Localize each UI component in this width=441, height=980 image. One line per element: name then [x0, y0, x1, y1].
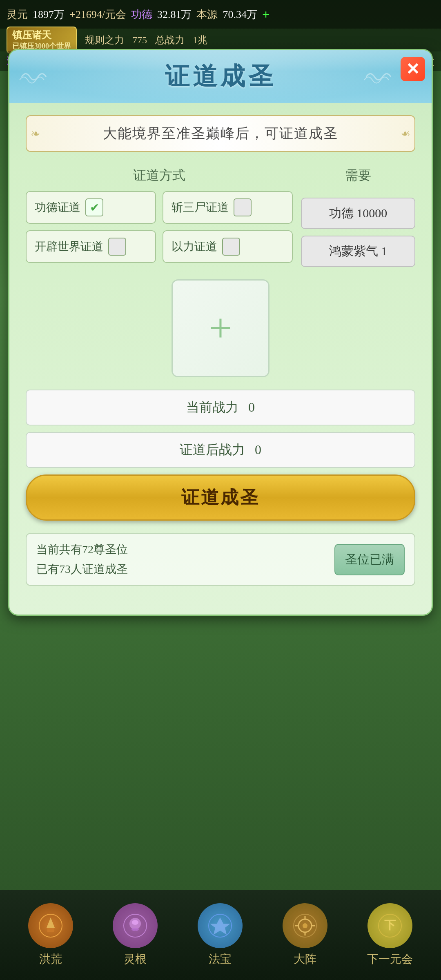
description-text: 大能境界至准圣巅峰后，可证道成圣 [103, 126, 338, 141]
nav-item-honghuang[interactable]: 洪荒 [28, 903, 73, 967]
next-label: 下一元会 [367, 951, 413, 967]
honghuang-label: 洪荒 [39, 951, 62, 967]
gongde-value: 32.81万 [157, 7, 192, 22]
fabao-label: 法宝 [209, 951, 232, 967]
fabao-icon [198, 903, 243, 948]
next-svg: 下 [378, 913, 402, 938]
zhengdao-action-button[interactable]: 证道成圣 [26, 474, 415, 521]
dazhen-svg [293, 913, 317, 938]
zhan-checkbox [234, 198, 252, 216]
zhandou-label: 总战力 [155, 33, 185, 47]
benyuan-label: 本源 [196, 7, 218, 22]
gongde-option-label: 功德证道 [35, 200, 80, 215]
guize-label: 规则之力 [85, 33, 124, 47]
honghuang-icon [28, 903, 73, 948]
options-section: 证道方式 功德证道 ✔ 斩三尸证道 开辟世界证道 [26, 167, 415, 267]
svg-marker-6 [210, 918, 230, 935]
plus-icon: + [209, 308, 232, 349]
svg-rect-1 [47, 928, 54, 932]
svg-point-4 [132, 920, 138, 925]
lingen-icon [113, 903, 158, 948]
nav-item-dazhen[interactable]: 大阵 [283, 903, 327, 967]
modal-title: 证道成圣 [34, 60, 407, 93]
benyuan-value: 70.34万 [223, 7, 257, 22]
description-banner: 大能境界至准圣巅峰后，可证道成圣 [26, 115, 415, 152]
requires-label: 需要 [301, 167, 415, 185]
zhandou-value: 1兆 [193, 33, 207, 47]
fabao-svg [208, 913, 232, 938]
dazhen-label: 大阵 [294, 951, 316, 967]
honghuang-svg [38, 913, 63, 938]
nav-item-lingen[interactable]: 灵根 [113, 903, 158, 967]
yili-checkbox [222, 238, 240, 256]
current-power-value: 0 [248, 400, 255, 414]
full-badge-button[interactable]: 圣位已满 [334, 544, 405, 575]
add-card-button[interactable]: + [172, 279, 270, 377]
bottom-info-section: 当前共有72尊圣位 已有73人证道成圣 圣位已满 [26, 533, 415, 586]
zhengdao-modal: 证道成圣 ✕ 大能境界至准圣巅峰后，可证道成圣 证道方式 功德证道 ✔ [8, 49, 433, 616]
next-icon: 下 [368, 903, 412, 948]
info-total-label: 当前共有72尊圣位 [36, 542, 326, 557]
lingyuan-value: 1897万 [33, 7, 65, 22]
option-gongde[interactable]: 功德证道 ✔ [26, 191, 156, 224]
modal-body: 大能境界至准圣巅峰后，可证道成圣 证道方式 功德证道 ✔ 斩三尸证道 [9, 103, 432, 598]
current-power-label: 当前战力 [186, 400, 238, 414]
info-texts: 当前共有72尊圣位 已有73人证道成圣 [36, 542, 326, 577]
benyuan-plus-icon[interactable]: + [262, 7, 270, 22]
zhan-option-label: 斩三尸证道 [172, 200, 229, 215]
options-left-panel: 证道方式 功德证道 ✔ 斩三尸证道 开辟世界证道 [26, 167, 293, 267]
requires-panel: 需要 功德 10000 鸿蒙紫气 1 [301, 167, 415, 267]
lingen-svg [123, 913, 147, 938]
lingen-label: 灵根 [124, 951, 147, 967]
current-power-row: 当前战力 0 [26, 390, 415, 425]
plus-card-section: + [26, 279, 415, 377]
gongde-require: 功德 10000 [301, 198, 415, 229]
guize-value: 775 [132, 35, 147, 46]
yili-option-label: 以力证道 [172, 239, 217, 254]
option-kaipai[interactable]: 开辟世界证道 [26, 230, 156, 263]
nav-item-next[interactable]: 下 下一元会 [367, 903, 413, 967]
svg-text:下: 下 [384, 919, 396, 931]
modal-header: 证道成圣 ✕ [9, 50, 432, 103]
after-power-value: 0 [255, 442, 261, 457]
kaipai-option-label: 开辟世界证道 [35, 239, 103, 254]
info-proven-label: 已有73人证道成圣 [36, 561, 326, 577]
options-label: 证道方式 [26, 167, 293, 185]
nav-item-fabao[interactable]: 法宝 [198, 903, 243, 967]
option-zhan[interactable]: 斩三尸证道 [163, 191, 293, 224]
gongde-label: 功德 [131, 7, 152, 22]
dazhen-icon [283, 903, 327, 948]
option-yili[interactable]: 以力证道 [163, 230, 293, 263]
close-button[interactable]: ✕ [401, 57, 425, 81]
hongmeng-require: 鸿蒙紫气 1 [301, 236, 415, 267]
svg-point-9 [303, 923, 307, 928]
options-grid: 功德证道 ✔ 斩三尸证道 开辟世界证道 以力证道 [26, 191, 293, 263]
after-power-row: 证道后战力 0 [26, 432, 415, 468]
income-label: +21694/元会 [69, 7, 126, 22]
gongde-checkbox: ✔ [85, 198, 103, 216]
kaipai-checkbox [108, 238, 126, 256]
top-status-bar: 灵元 1897万 +21694/元会 功德 32.81万 本源 70.34万 + [0, 0, 441, 29]
bottom-navigation: 洪荒 灵根 法宝 [0, 890, 441, 980]
lingyuan-label: 灵元 [7, 7, 28, 22]
after-power-label: 证道后战力 [180, 442, 245, 457]
second-status-bar: 镇压诸天 已镇压3000个世界 规则之力 775 总战力 1兆 [0, 29, 441, 51]
